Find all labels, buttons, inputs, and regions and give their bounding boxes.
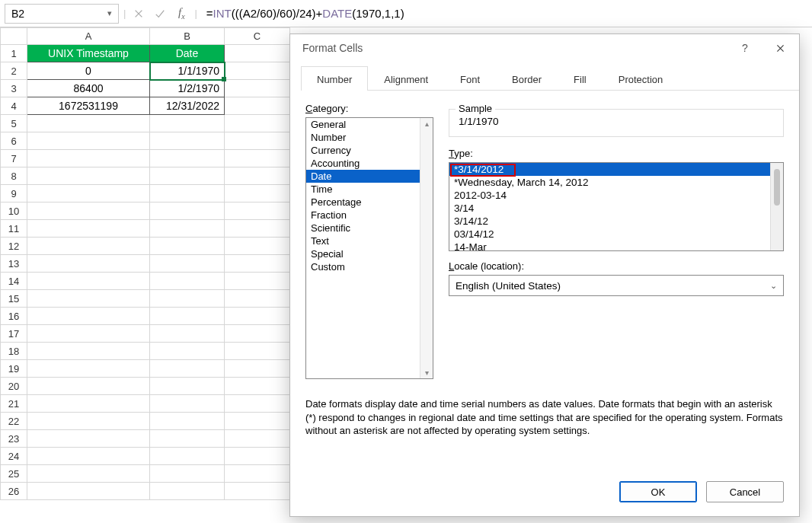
tab-fill[interactable]: Fill	[558, 66, 603, 91]
tab-font[interactable]: Font	[444, 66, 496, 91]
row-header[interactable]: 15	[1, 290, 27, 308]
cell[interactable]	[225, 395, 290, 413]
fx-icon[interactable]: fx	[173, 5, 190, 22]
cell[interactable]	[27, 325, 150, 343]
cell[interactable]	[150, 220, 225, 238]
cell[interactable]	[27, 360, 150, 378]
row-header[interactable]: 9	[1, 185, 27, 203]
row-header[interactable]: 19	[1, 360, 27, 378]
scroll-up-icon[interactable]: ▴	[425, 120, 429, 128]
cell[interactable]	[225, 220, 290, 238]
cell[interactable]	[150, 273, 225, 290]
cell-A1[interactable]: UNIX Timestamp	[27, 45, 150, 62]
select-all-corner[interactable]	[1, 28, 27, 45]
row-header[interactable]: 8	[1, 167, 27, 185]
cell[interactable]	[225, 115, 290, 132]
type-item[interactable]: *3/14/2012	[449, 163, 783, 176]
cell[interactable]	[150, 203, 225, 220]
type-item[interactable]: 3/14	[449, 202, 783, 215]
cell-C2[interactable]	[225, 62, 290, 80]
dialog-titlebar[interactable]: Format Cells ?	[290, 34, 799, 62]
row-header[interactable]: 20	[1, 378, 27, 395]
close-button[interactable]	[764, 36, 796, 60]
category-item[interactable]: Time	[306, 183, 433, 196]
cell[interactable]	[225, 483, 290, 500]
cell[interactable]	[150, 343, 225, 360]
cell[interactable]	[150, 378, 225, 395]
cell[interactable]	[225, 378, 290, 395]
scrollbar[interactable]: ▴▾	[420, 118, 433, 378]
row-header[interactable]: 2	[1, 62, 27, 80]
row-header[interactable]: 7	[1, 150, 27, 167]
formula-input[interactable]: =INT(((A2/60)/60)/24)+DATE(1970,1,1)	[202, 7, 807, 20]
cell[interactable]	[27, 238, 150, 255]
category-item[interactable]: Special	[306, 247, 433, 260]
cell-B2[interactable]: 1/1/1970	[150, 62, 225, 80]
cell[interactable]	[27, 430, 150, 448]
row-header[interactable]: 16	[1, 308, 27, 325]
cell[interactable]	[225, 413, 290, 430]
category-listbox[interactable]: General Number Currency Accounting Date …	[305, 117, 433, 379]
accept-formula-icon[interactable]	[152, 5, 168, 22]
cell[interactable]	[225, 167, 290, 185]
ok-button[interactable]: OK	[619, 481, 697, 502]
cell[interactable]	[150, 465, 225, 483]
category-item[interactable]: Custom	[306, 260, 433, 273]
type-listbox[interactable]: *3/14/2012 *Wednesday, March 14, 2012 20…	[449, 162, 784, 251]
row-header[interactable]: 24	[1, 448, 27, 465]
cell[interactable]	[27, 203, 150, 220]
row-header[interactable]: 10	[1, 203, 27, 220]
category-item[interactable]: General	[306, 118, 433, 131]
cell[interactable]	[225, 132, 290, 150]
col-header-A[interactable]: A	[27, 28, 150, 45]
row-header[interactable]: 26	[1, 483, 27, 500]
scrollbar[interactable]	[770, 163, 783, 250]
type-item[interactable]: 03/14/12	[449, 228, 783, 241]
category-item[interactable]: Number	[306, 131, 433, 144]
cell[interactable]	[150, 308, 225, 325]
type-item[interactable]: 14-Mar	[449, 241, 783, 251]
cell[interactable]	[27, 220, 150, 238]
cell[interactable]	[27, 132, 150, 150]
cell-C1[interactable]	[225, 45, 290, 62]
cell-B3[interactable]: 1/2/1970	[150, 80, 225, 97]
category-item[interactable]: Accounting	[306, 157, 433, 170]
cell[interactable]	[150, 430, 225, 448]
cell[interactable]	[150, 448, 225, 465]
category-item[interactable]: Percentage	[306, 196, 433, 209]
tab-number[interactable]: Number	[301, 66, 368, 91]
row-header[interactable]: 5	[1, 115, 27, 132]
name-box[interactable]: B2 ▾	[5, 4, 119, 24]
cell[interactable]	[225, 238, 290, 255]
cell-C4[interactable]	[225, 97, 290, 115]
tab-border[interactable]: Border	[496, 66, 558, 91]
cell[interactable]	[225, 273, 290, 290]
cell[interactable]	[150, 132, 225, 150]
row-header[interactable]: 13	[1, 255, 27, 273]
cell[interactable]	[150, 238, 225, 255]
cell[interactable]	[27, 185, 150, 203]
row-header[interactable]: 6	[1, 132, 27, 150]
cell[interactable]	[27, 413, 150, 430]
cell-A3[interactable]: 86400	[27, 80, 150, 97]
cell[interactable]	[27, 150, 150, 167]
tab-alignment[interactable]: Alignment	[368, 66, 444, 91]
cell[interactable]	[27, 483, 150, 500]
category-item[interactable]: Scientific	[306, 222, 433, 234]
row-header[interactable]: 3	[1, 80, 27, 97]
cancel-button[interactable]: Cancel	[706, 481, 784, 502]
row-header[interactable]: 1	[1, 45, 27, 62]
cell[interactable]	[150, 413, 225, 430]
cell-A2[interactable]: 0	[27, 62, 150, 80]
row-header[interactable]: 11	[1, 220, 27, 238]
row-header[interactable]: 17	[1, 325, 27, 343]
cell[interactable]	[27, 378, 150, 395]
cell[interactable]	[150, 395, 225, 413]
row-header[interactable]: 4	[1, 97, 27, 115]
row-header[interactable]: 25	[1, 465, 27, 483]
cell[interactable]	[225, 255, 290, 273]
cell[interactable]	[150, 360, 225, 378]
type-item[interactable]: 3/14/12	[449, 215, 783, 228]
cell[interactable]	[150, 167, 225, 185]
row-header[interactable]: 12	[1, 238, 27, 255]
